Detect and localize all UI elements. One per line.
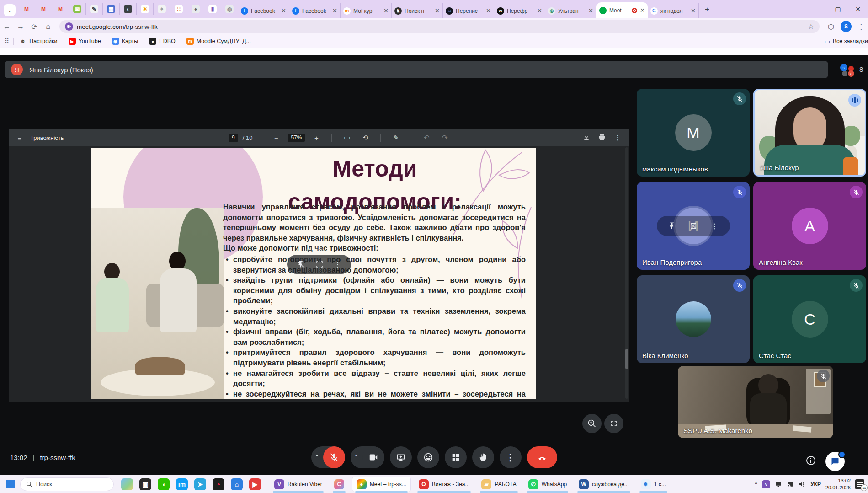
media-icon[interactable]: ▶: [249, 478, 261, 490]
fit-page-icon[interactable]: ▭: [340, 134, 354, 142]
participant-tile-yana[interactable]: Яна Білокур: [753, 89, 866, 177]
badge-pinned-tab[interactable]: ▮: [204, 3, 221, 15]
url-text[interactable]: meet.google.com/trp-ssnw-ffk: [77, 23, 804, 30]
redo-icon[interactable]: ↷: [438, 134, 452, 142]
tab-close-icon[interactable]: ✕: [486, 7, 491, 14]
print-icon[interactable]: [595, 134, 609, 142]
layout-button[interactable]: [445, 446, 467, 468]
camera-options-chevron[interactable]: ⌃: [351, 454, 362, 461]
bookmark-star-icon[interactable]: ☆: [808, 22, 814, 31]
annotate-icon[interactable]: ✎: [389, 134, 403, 142]
tab-facebook-2[interactable]: fFacebook✕: [289, 3, 341, 18]
new-tab-button[interactable]: +: [701, 3, 714, 16]
start-button[interactable]: [4, 477, 17, 491]
chat-icon[interactable]: [825, 452, 845, 471]
editor-pinned-tab[interactable]: ✎: [86, 3, 103, 15]
participant-tile-sspu[interactable]: SSPU A.S. Makarenko: [678, 366, 833, 438]
tab-close-icon[interactable]: ✕: [640, 7, 645, 14]
taskbar-app-whatsapp[interactable]: ✆WhatsApp: [524, 477, 571, 492]
tile-hover-controls[interactable]: ⋮: [657, 216, 730, 236]
download-icon[interactable]: [580, 134, 593, 142]
wechat-icon[interactable]: ◖: [158, 478, 170, 490]
bookmark-youtube[interactable]: ▶YouTube: [69, 38, 101, 45]
zoom-in-fab[interactable]: [582, 414, 602, 433]
bookmark-edbo[interactable]: ●EDBO: [149, 38, 175, 45]
app-pinned-tab[interactable]: ▦: [103, 3, 120, 15]
mail-pinned-tab[interactable]: ✉: [69, 3, 86, 15]
raise-hand-button[interactable]: [472, 446, 494, 468]
extensions-icon[interactable]: ⬡: [824, 22, 838, 31]
info-icon[interactable]: [805, 455, 816, 468]
tab-close-icon[interactable]: ✕: [383, 7, 389, 14]
undo-icon[interactable]: ↶: [420, 134, 433, 142]
browser-menu-icon[interactable]: ⋮: [854, 22, 868, 31]
home-icon[interactable]: ⌂: [41, 22, 55, 31]
cast-tray-icon[interactable]: [787, 481, 794, 488]
participants-avatar-cluster[interactable]: S Я: [840, 63, 858, 79]
window-close-button[interactable]: ✕: [848, 0, 868, 18]
store-icon[interactable]: ⌂: [231, 478, 243, 490]
participant-tile-maksym[interactable]: Mмаксим подымныков: [637, 89, 750, 177]
tab-ultrap[interactable]: ◎Ультрап✕: [545, 3, 596, 18]
zoom-in-icon[interactable]: +: [309, 134, 323, 142]
more-options-button[interactable]: ⋮: [500, 446, 522, 468]
display-tray-icon[interactable]: [775, 481, 782, 488]
pdf-page-input[interactable]: 9: [229, 134, 238, 142]
profile-avatar[interactable]: S: [841, 21, 852, 32]
tab-close-icon[interactable]: ✕: [435, 7, 440, 14]
bookmark-карты[interactable]: ◉Карты: [112, 38, 138, 45]
tab-close-icon[interactable]: ✕: [691, 7, 696, 14]
fullscreen-fab[interactable]: [604, 414, 623, 433]
pin-icon[interactable]: [297, 260, 305, 268]
pin-icon[interactable]: [668, 222, 676, 230]
tab-poisk[interactable]: ♞Поиск н✕: [392, 3, 443, 18]
tab-close-icon[interactable]: ✕: [332, 7, 337, 14]
fullscreen-icon[interactable]: [315, 260, 324, 268]
dots-grid-pinned-tab[interactable]: ∷: [170, 3, 187, 15]
reload-icon[interactable]: ⟳: [27, 22, 41, 31]
camera-in-use-icon[interactable]: [65, 22, 73, 31]
remove-from-view-icon[interactable]: [689, 222, 698, 230]
apps-grid-icon[interactable]: ⠿: [5, 38, 10, 45]
bookmark-moodle[interactable]: mMoodle СумДПУ: Д...: [186, 38, 251, 45]
volume-tray-icon[interactable]: [799, 481, 806, 488]
tab-close-icon[interactable]: ✕: [281, 7, 286, 14]
taskbar-search[interactable]: Поиск: [20, 477, 114, 491]
viber-tray-icon[interactable]: V: [762, 480, 770, 488]
feather-pinned-tab[interactable]: ✦: [154, 3, 170, 15]
tab-perefraz[interactable]: wПерефр✕: [494, 3, 545, 18]
imo-icon[interactable]: im: [176, 478, 188, 490]
gmail-pinned-tab[interactable]: M: [18, 3, 35, 15]
presenter-banner[interactable]: Я Яна Білокур (Показ): [5, 61, 828, 78]
taskbar-app-snowflake[interactable]: ❄1 с...: [637, 477, 670, 492]
gmail-pinned-tab[interactable]: M: [35, 3, 52, 15]
taskbar-app-copilot[interactable]: C: [330, 477, 348, 492]
gmail-pinned-tab[interactable]: M: [52, 3, 69, 15]
mic-mute-button[interactable]: [323, 446, 345, 468]
taskbar-app-word[interactable]: Wслужбова де...: [575, 477, 633, 492]
all-bookmarks-button[interactable]: ▭ Все закладки: [820, 38, 868, 45]
emblem-pinned-tab[interactable]: ◍: [221, 3, 238, 15]
back-icon[interactable]: ←: [0, 22, 14, 31]
tray-clock[interactable]: 13:02 20.01.2026: [825, 477, 851, 491]
participant-tile-stas[interactable]: CСтас Стас: [753, 275, 866, 363]
mic-options-chevron[interactable]: ⌃: [311, 454, 323, 461]
more-options-icon[interactable]: ⋮: [711, 222, 719, 230]
presentation-overlay-controls[interactable]: ⋮: [287, 255, 351, 274]
zoom-out-icon[interactable]: −: [269, 134, 283, 142]
url-bar[interactable]: meet.google.com/trp-ssnw-ffk ☆: [59, 20, 820, 33]
participant-tile-ivan[interactable]: И⋮Иван Подопригора: [637, 182, 750, 270]
tab-moi-kursy[interactable]: mМої кур✕: [341, 3, 392, 18]
telegram-icon[interactable]: ➤: [194, 478, 206, 490]
graduation-pinned-tab[interactable]: ♦: [187, 3, 204, 15]
tab-meet[interactable]: Meet✕: [596, 2, 648, 18]
camera-button[interactable]: [362, 446, 384, 468]
tray-chevron-icon[interactable]: ^: [755, 481, 757, 488]
taskbar-app-opera[interactable]: OВинтаж - Зна...: [415, 477, 474, 492]
taskbar-app-folder-rabota[interactable]: ▰РАБОТА: [477, 477, 520, 492]
task-view-icon[interactable]: ▣: [139, 478, 151, 490]
tab-yak-podol[interactable]: Gяк подол✕: [648, 3, 699, 18]
opera-gx-icon[interactable]: ◔: [213, 478, 224, 490]
pdf-menu-icon[interactable]: ≡: [13, 134, 27, 142]
tab-facebook-1[interactable]: fFacebook✕: [238, 3, 289, 18]
